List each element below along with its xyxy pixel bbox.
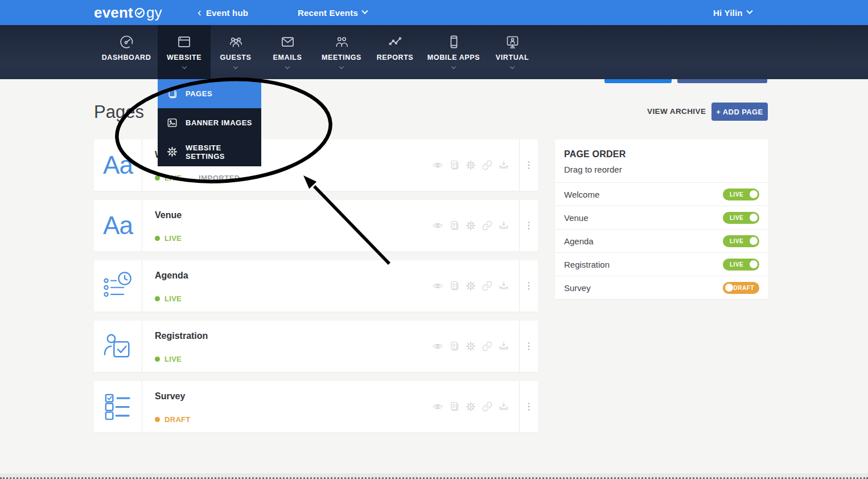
text-page-icon: Aa bbox=[94, 140, 142, 191]
settings-gear-icon[interactable] bbox=[465, 220, 476, 231]
toggle-knob bbox=[750, 214, 758, 222]
top-bar: event gy ‹ Event hub Recent Events Hi Yi… bbox=[0, 0, 868, 25]
status-dot bbox=[155, 175, 160, 181]
download-icon[interactable] bbox=[498, 341, 509, 352]
more-options-kebab[interactable] bbox=[523, 395, 535, 418]
order-row-venue[interactable]: Venue LIVE bbox=[555, 206, 768, 229]
mobile-apps-icon bbox=[446, 34, 462, 50]
order-row-name: Survey bbox=[564, 283, 591, 293]
back-to-event-hub[interactable]: ‹ Event hub bbox=[198, 0, 248, 25]
preview-eye-icon[interactable] bbox=[432, 341, 443, 352]
page-status: LIVE bbox=[155, 234, 182, 243]
status-label: LIVE bbox=[164, 174, 182, 182]
settings-gear-icon[interactable] bbox=[465, 401, 476, 412]
card-actions bbox=[432, 401, 509, 412]
status-label: LIVE bbox=[164, 355, 182, 363]
order-row-welcome[interactable]: Welcome LIVE bbox=[555, 182, 768, 206]
menu-item-label: BANNER IMAGES bbox=[186, 118, 252, 127]
nav-label: DASHBOARD bbox=[102, 54, 151, 62]
chevron-down-icon bbox=[510, 64, 515, 69]
nav-label: MOBILE APPS bbox=[427, 54, 480, 62]
status-label: LIVE bbox=[164, 234, 182, 243]
menu-item-pages[interactable]: PAGES bbox=[158, 79, 261, 108]
menu-item-label: WEBSITE SETTINGS bbox=[186, 144, 261, 161]
duplicate-icon[interactable] bbox=[449, 280, 460, 292]
link-icon[interactable] bbox=[482, 159, 493, 171]
live-toggle[interactable]: LIVE bbox=[723, 189, 759, 200]
reports-icon bbox=[388, 34, 403, 50]
link-icon[interactable] bbox=[482, 401, 493, 412]
preview-eye-icon[interactable] bbox=[432, 401, 443, 412]
nav-label: EMAILS bbox=[273, 54, 302, 62]
settings-gear-icon[interactable] bbox=[465, 280, 476, 292]
nav-label: VIRTUAL bbox=[496, 54, 529, 62]
eventogy-logo[interactable]: event gy bbox=[94, 4, 162, 22]
page-card-title: Survey bbox=[155, 391, 185, 402]
add-page-button[interactable]: + ADD PAGE bbox=[711, 103, 768, 121]
download-icon[interactable] bbox=[498, 159, 509, 171]
duplicate-icon[interactable] bbox=[449, 159, 460, 171]
more-options-kebab[interactable] bbox=[523, 275, 535, 297]
toggle-knob bbox=[725, 284, 733, 292]
menu-item-banner-images[interactable]: BANNER IMAGES bbox=[158, 108, 261, 137]
more-options-kebab[interactable] bbox=[523, 154, 535, 177]
order-row-agenda[interactable]: Agenda LIVE bbox=[555, 229, 768, 252]
agenda-icon bbox=[94, 260, 142, 312]
live-toggle[interactable]: LIVE bbox=[723, 235, 759, 247]
draft-toggle[interactable]: DRAFT bbox=[723, 282, 759, 294]
recent-events-dropdown[interactable]: Recent Events bbox=[298, 0, 367, 25]
link-icon[interactable] bbox=[482, 280, 493, 292]
settings-gear-icon[interactable] bbox=[465, 341, 476, 352]
link-icon[interactable] bbox=[482, 220, 493, 231]
order-row-name: Welcome bbox=[564, 190, 599, 199]
view-archive-link[interactable]: VIEW ARCHIVE bbox=[647, 107, 706, 116]
nav-label: WEBSITE bbox=[167, 54, 201, 62]
more-options-kebab[interactable] bbox=[523, 214, 535, 237]
order-row-registration[interactable]: Registration LIVE bbox=[555, 252, 768, 276]
hidden-button-sliver-blue[interactable] bbox=[604, 79, 672, 83]
divider bbox=[519, 200, 520, 251]
divider bbox=[519, 260, 520, 312]
preview-eye-icon[interactable] bbox=[432, 159, 443, 171]
guests-icon bbox=[228, 34, 244, 50]
page-status: LIVE IMPORTED bbox=[155, 174, 240, 182]
nav-label: REPORTS bbox=[377, 54, 414, 62]
main-nav: DASHBOARD WEBSITE GUESTS EMAILS MEETINGS… bbox=[0, 25, 868, 79]
link-icon[interactable] bbox=[482, 341, 493, 352]
user-menu[interactable]: Hi Yilin bbox=[713, 0, 752, 25]
back-link-label: Event hub bbox=[206, 8, 248, 18]
toggle-knob bbox=[750, 190, 758, 198]
duplicate-icon[interactable] bbox=[449, 401, 460, 412]
logo-text-right: gy bbox=[146, 4, 162, 22]
download-icon[interactable] bbox=[498, 401, 509, 412]
app-window: event gy ‹ Event hub Recent Events Hi Yi… bbox=[0, 0, 868, 479]
virtual-icon bbox=[505, 34, 520, 50]
order-row-survey[interactable]: Survey DRAFT bbox=[555, 276, 768, 299]
menu-item-website-settings[interactable]: WEBSITE SETTINGS bbox=[158, 137, 261, 166]
status-dot bbox=[155, 236, 160, 241]
download-icon[interactable] bbox=[498, 220, 509, 231]
emails-icon bbox=[280, 34, 295, 50]
status-dot bbox=[155, 417, 160, 422]
live-toggle[interactable]: LIVE bbox=[723, 212, 759, 224]
duplicate-icon[interactable] bbox=[449, 220, 460, 231]
chevron-down-icon bbox=[233, 64, 238, 69]
settings-gear-icon[interactable] bbox=[465, 159, 476, 171]
nav-item-dashboard[interactable]: DASHBOARD bbox=[89, 25, 163, 79]
live-toggle[interactable]: LIVE bbox=[723, 259, 759, 271]
status-label: LIVE bbox=[164, 294, 182, 303]
pages-icon bbox=[166, 88, 178, 100]
nav-item-virtual[interactable]: VIRTUAL bbox=[475, 25, 549, 79]
preview-eye-icon[interactable] bbox=[432, 220, 443, 231]
nav-label: MEETINGS bbox=[322, 54, 361, 62]
menu-item-label: PAGES bbox=[186, 89, 212, 98]
chevron-down-icon bbox=[746, 8, 752, 14]
more-options-kebab[interactable] bbox=[523, 335, 535, 358]
toggle-knob bbox=[750, 237, 758, 245]
website-dropdown-menu: PAGES BANNER IMAGES WEBSITE SETTINGS bbox=[158, 79, 261, 166]
duplicate-icon[interactable] bbox=[449, 341, 460, 352]
download-icon[interactable] bbox=[498, 280, 509, 292]
hidden-button-sliver-indigo[interactable] bbox=[677, 79, 767, 83]
chevron-down-icon bbox=[361, 8, 368, 14]
preview-eye-icon[interactable] bbox=[432, 280, 443, 292]
